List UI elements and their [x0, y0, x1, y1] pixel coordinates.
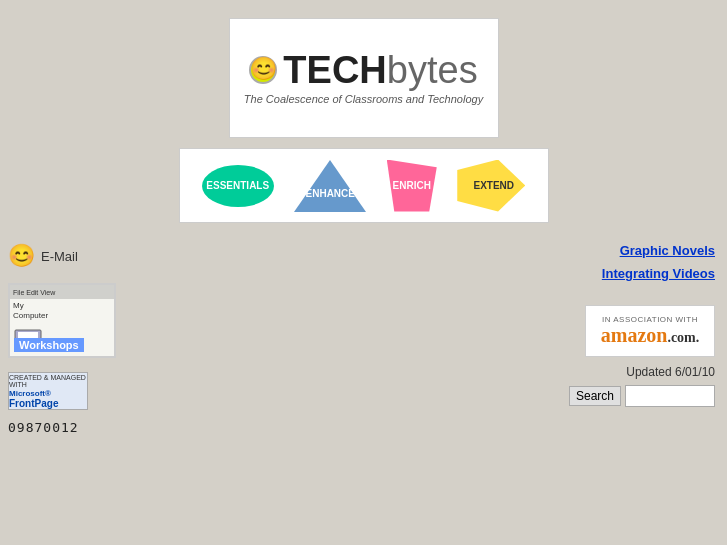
- left-sidebar: 😊 E-Mail File Edit View My Computer: [0, 243, 130, 435]
- logo-smiley-icon: [249, 56, 277, 84]
- amazon-logo: amazon.com.: [601, 324, 700, 347]
- search-row: Search: [569, 385, 715, 407]
- amazon-assoc-text: IN ASSOCIATION WITH: [602, 315, 698, 324]
- frontpage-created-text: CREATED & MANAGED WITH: [9, 374, 87, 388]
- essentials-label: ESSENTIALS: [206, 180, 269, 191]
- workshops-menu-text: File Edit View: [13, 289, 55, 296]
- logo-tech: TECH: [283, 51, 386, 89]
- email-link[interactable]: 😊 E-Mail: [8, 243, 130, 269]
- nav-area: ESSENTIALS ENHANCE ENRICH EXTEND: [0, 148, 727, 223]
- email-smiley-icon: 😊: [8, 243, 35, 269]
- updated-text: Updated 6/01/10: [626, 365, 715, 379]
- integrating-videos-link[interactable]: Integrating Videos: [602, 266, 715, 281]
- enrich-shape[interactable]: ENRICH: [387, 160, 437, 212]
- logo-area: TECHbytes The Coalescence of Classrooms …: [0, 0, 727, 138]
- nav-enrich[interactable]: ENRICH: [387, 160, 437, 212]
- nav-essentials[interactable]: ESSENTIALS: [202, 165, 274, 207]
- nav-box: ESSENTIALS ENHANCE ENRICH EXTEND: [179, 148, 549, 223]
- search-input[interactable]: [625, 385, 715, 407]
- right-links: Graphic Novels Integrating Videos: [602, 243, 715, 289]
- logo-bytes: bytes: [387, 51, 478, 89]
- enhance-label: ENHANCE: [306, 188, 355, 199]
- frontpage-logo: Microsoft® FrontPage: [9, 388, 87, 409]
- visit-counter: 09870012: [8, 420, 130, 435]
- logo-subtitle: The Coalescence of Classrooms and Techno…: [244, 93, 483, 105]
- nav-enhance[interactable]: ENHANCE: [294, 160, 366, 212]
- workshops-label: Workshops: [14, 338, 84, 352]
- frontpage-box: CREATED & MANAGED WITH Microsoft® FrontP…: [8, 372, 88, 410]
- nav-extend[interactable]: EXTEND: [457, 160, 525, 212]
- workshops-box[interactable]: File Edit View My Computer Workshops: [8, 283, 116, 358]
- search-button[interactable]: Search: [569, 386, 621, 406]
- amazon-box[interactable]: IN ASSOCIATION WITH amazon.com.: [585, 305, 715, 357]
- essentials-shape[interactable]: ESSENTIALS: [202, 165, 274, 207]
- workshops-menubar: File Edit View: [10, 285, 114, 299]
- enhance-shape[interactable]: ENHANCE: [294, 160, 366, 212]
- graphic-novels-link[interactable]: Graphic Novels: [620, 243, 715, 258]
- center-content: [130, 243, 530, 435]
- email-label: E-Mail: [41, 249, 78, 264]
- frontpage-name: FrontPage: [9, 398, 58, 409]
- enrich-label: ENRICH: [393, 180, 431, 191]
- extend-shape[interactable]: EXTEND: [457, 160, 525, 212]
- extend-label: EXTEND: [473, 180, 514, 191]
- logo-box: TECHbytes The Coalescence of Classrooms …: [229, 18, 499, 138]
- main-layout: 😊 E-Mail File Edit View My Computer: [0, 243, 727, 435]
- workshops-inner: File Edit View My Computer Workshops: [10, 285, 114, 356]
- logo-title: TECHbytes: [283, 51, 477, 89]
- right-sidebar: Graphic Novels Integrating Videos IN ASS…: [530, 243, 727, 435]
